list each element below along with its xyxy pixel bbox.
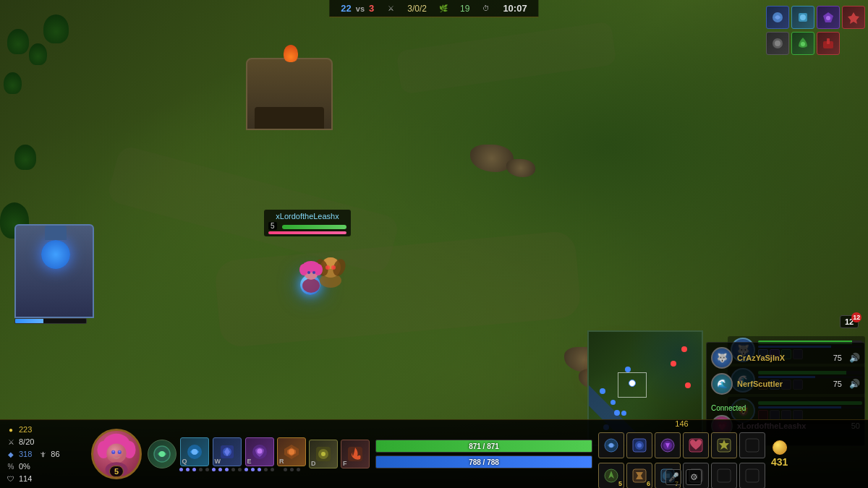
chat-champ-icon-1: 🐺 bbox=[711, 347, 733, 369]
map-tree bbox=[7, 29, 29, 54]
r-ability-slot[interactable]: R bbox=[277, 437, 306, 466]
item-slot-1[interactable] bbox=[598, 432, 624, 458]
shield-icon: 🛡 bbox=[6, 474, 16, 484]
d-ability-slot[interactable]: D bbox=[309, 440, 338, 468]
item-row-1 bbox=[766, 6, 865, 29]
tower-hp-bar bbox=[14, 318, 87, 324]
item-row-2 bbox=[766, 32, 865, 55]
item-slot-4[interactable] bbox=[683, 432, 709, 458]
r-ability-container: R bbox=[277, 437, 306, 471]
d-key-label: D bbox=[311, 460, 316, 467]
ability-passive[interactable] bbox=[148, 440, 176, 468]
svg-point-47 bbox=[609, 443, 613, 448]
item-slot-empty2[interactable] bbox=[711, 463, 737, 488]
svg-point-18 bbox=[826, 16, 830, 20]
kills-value: 86 bbox=[51, 450, 59, 458]
svg-point-31 bbox=[119, 450, 121, 453]
e-ability-slot[interactable]: E bbox=[245, 437, 274, 466]
q-ability-slot[interactable]: Q bbox=[180, 437, 209, 466]
item-slot-tr6[interactable] bbox=[791, 32, 814, 55]
item-slot-tr5[interactable] bbox=[766, 32, 789, 55]
vs-label: vs bbox=[356, 4, 365, 13]
w-ability-container: W bbox=[212, 437, 242, 471]
rank-pip bbox=[244, 468, 248, 471]
rank-pip bbox=[205, 468, 209, 471]
q-ability-container: Q bbox=[179, 437, 209, 471]
item-slot-tr2[interactable] bbox=[791, 6, 814, 29]
minimap-vision-rect bbox=[618, 372, 647, 398]
hp-bar-container: 871 / 871 bbox=[375, 440, 592, 453]
top-hud: 22 vs 3 ⚔ 3/0/2 🌿 19 ⏱ 10:07 bbox=[329, 0, 538, 17]
w-key-label: W bbox=[215, 458, 221, 465]
svg-point-41 bbox=[289, 449, 294, 455]
item-slot-8[interactable]: 6 bbox=[626, 463, 652, 488]
rank-pip bbox=[225, 468, 229, 471]
sound-icon-1[interactable]: 🔊 bbox=[849, 353, 860, 363]
item-slot-tr3[interactable] bbox=[817, 6, 840, 29]
e-ability-container: E bbox=[244, 437, 274, 471]
item-slot-tr7[interactable] bbox=[817, 32, 840, 55]
blue-tower bbox=[14, 224, 94, 324]
minimap-ally-dot bbox=[621, 411, 626, 416]
rank-pip bbox=[271, 468, 274, 471]
chat-player-2: 🌊 NerfScuttler 75 🔊 bbox=[711, 373, 860, 395]
microphone-icon[interactable]: 🎤 bbox=[665, 469, 681, 485]
q-key-label: Q bbox=[182, 458, 187, 465]
cs-stat-icon: ⚔ bbox=[6, 437, 16, 447]
w-rank-row bbox=[212, 468, 242, 471]
blue-stat-icon: ◆ bbox=[6, 449, 16, 459]
svg-rect-55 bbox=[746, 439, 759, 452]
bottom-hud: ● 223 ⚔ 8/20 ◆ 318 🗡 86 % 0% 🛡 114 bbox=[0, 419, 868, 488]
rank-pip bbox=[186, 468, 190, 471]
item-slot-2[interactable] bbox=[626, 432, 652, 458]
svg-point-5 bbox=[307, 271, 310, 274]
timer-icon: ⏱ bbox=[481, 4, 491, 14]
settings-icon[interactable]: ⚙ bbox=[686, 469, 702, 485]
f-ability-container: F bbox=[341, 440, 370, 468]
rank-pip bbox=[264, 468, 268, 471]
chat-score-2: 75 bbox=[833, 380, 842, 388]
rank-pip bbox=[284, 468, 287, 471]
rank-pip bbox=[199, 468, 203, 471]
chat-player-name-1: CrAzYaSjInX bbox=[737, 354, 829, 362]
svg-point-20 bbox=[775, 40, 780, 46]
item-slot-6[interactable] bbox=[739, 432, 765, 458]
blue-stat-row: ◆ 318 🗡 86 bbox=[6, 449, 85, 459]
item-slot-7[interactable]: 5 bbox=[598, 463, 624, 488]
svg-point-50 bbox=[637, 443, 642, 448]
abilities-bar: Q W bbox=[148, 437, 370, 471]
minimap-tower-blue bbox=[625, 367, 631, 372]
item-slot-tr4[interactable] bbox=[842, 6, 865, 29]
gold-coin-icon bbox=[773, 440, 787, 455]
minimap-ally-dot bbox=[610, 400, 616, 405]
map-tree bbox=[29, 43, 47, 65]
item-slot-tr1[interactable] bbox=[766, 6, 789, 29]
f-ability-slot[interactable]: F bbox=[341, 440, 370, 468]
item-count-8: 6 bbox=[647, 480, 650, 487]
f-key-label: F bbox=[343, 460, 347, 467]
item-count-7: 5 bbox=[618, 480, 622, 487]
pct-stat-row: % 0% bbox=[6, 461, 85, 471]
rank-pip bbox=[192, 468, 196, 471]
minimap-tower-blue bbox=[614, 410, 620, 416]
gold-value: 431 bbox=[771, 456, 788, 468]
svg-point-13 bbox=[331, 265, 336, 270]
cs-stat-row: ⚔ 8/20 bbox=[6, 437, 85, 447]
player-world-ui: xLordoftheLeashx 5 bbox=[264, 210, 351, 236]
svg-rect-23 bbox=[827, 38, 830, 44]
world-player-level: 5 bbox=[268, 222, 277, 230]
pct-value: 0% bbox=[19, 462, 30, 471]
item-slot-empty3[interactable] bbox=[739, 463, 765, 488]
blue-score: 22 bbox=[341, 3, 351, 14]
pct-icon: % bbox=[6, 461, 16, 471]
w-ability-slot[interactable]: W bbox=[213, 437, 242, 466]
hp-bar-text: 871 / 871 bbox=[469, 442, 499, 450]
tower-fire bbox=[284, 45, 298, 62]
svg-rect-63 bbox=[718, 469, 731, 482]
item-slot-3[interactable] bbox=[655, 432, 681, 458]
bottom-right-icons: 🎤 ⚙ bbox=[665, 469, 702, 485]
item-slot-5[interactable] bbox=[711, 432, 737, 458]
sound-icon-2[interactable]: 🔊 bbox=[849, 379, 860, 389]
map-tree bbox=[4, 72, 22, 94]
player-stats-panel: ● 223 ⚔ 8/20 ◆ 318 🗡 86 % 0% 🛡 114 bbox=[6, 424, 85, 484]
